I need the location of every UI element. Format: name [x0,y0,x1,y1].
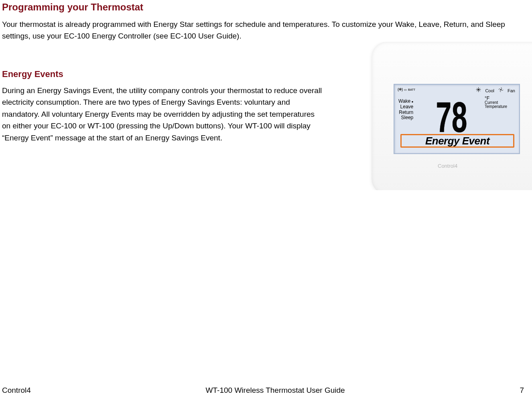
schedule-sleep: Sleep [398,115,413,121]
current-temp-label: Current Temperature [485,101,507,109]
thermostat-image: (ⵐ) ▭ BATT Cool Fan Wake Leave Return Sl… [359,42,532,190]
mode-indicators: Cool Fan [476,87,515,94]
fan-icon [498,87,504,94]
footer-center: WT-100 Wireless Thermostat User Guide [206,385,345,396]
battery-label: BATT [408,88,415,92]
fan-label: Fan [508,87,515,94]
section-heading-programming: Programming your Thermostat [2,0,530,14]
schedule-leave: Leave [398,104,413,110]
schedule-wake: Wake [398,99,413,104]
schedule-return: Return [398,110,413,116]
brand-label: Control4 [438,162,457,170]
cool-label: Cool [485,87,494,94]
footer-left: Control4 [2,385,31,396]
energy-event-banner: Energy Event [400,134,514,148]
battery-icon: ▭ [404,88,407,92]
snowflake-icon [476,87,481,94]
footer-page-number: 7 [520,385,524,396]
signal-icon: (ⵐ) [398,87,403,93]
text-column: Energy Events During an Energy Savings E… [2,45,323,147]
section-heading-energy-events: Energy Events [2,67,323,81]
thermostat-device: (ⵐ) ▭ BATT Cool Fan Wake Leave Return Sl… [372,42,532,190]
schedule-list: Wake Leave Return Sleep [398,99,413,121]
status-icons: (ⵐ) ▭ BATT [398,87,415,93]
svg-point-0 [500,89,502,90]
section-para-programming: Your thermostat is already programmed wi… [2,18,530,42]
thermostat-screen: (ⵐ) ▭ BATT Cool Fan Wake Leave Return Sl… [394,84,520,154]
page-footer: Control4 WT-100 Wireless Thermostat User… [2,385,524,396]
section-para-energy-events: During an Energy Savings Event, the util… [2,85,323,144]
